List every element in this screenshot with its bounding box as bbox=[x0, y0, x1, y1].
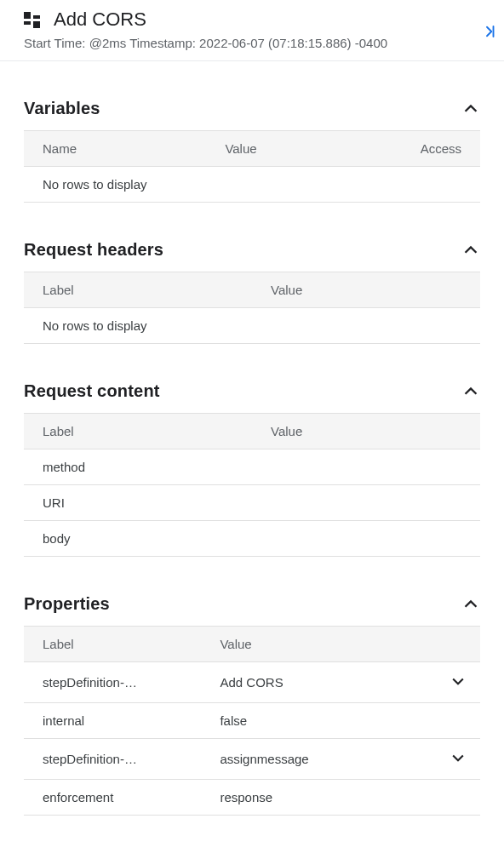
table-row: internal false bbox=[24, 703, 480, 739]
column-label: Label bbox=[24, 272, 252, 308]
variables-section-header[interactable]: Variables bbox=[24, 95, 480, 130]
column-label: Label bbox=[24, 414, 252, 449]
table-row: method bbox=[24, 449, 480, 485]
chevron-up-icon bbox=[461, 100, 480, 118]
chevron-up-icon bbox=[461, 382, 480, 401]
page-subtitle: Start Time: @2ms Timestamp: 2022-06-07 (… bbox=[24, 36, 490, 50]
page-title: Add CORS bbox=[54, 9, 146, 31]
variables-table: Name Value Access No rows to display bbox=[24, 130, 480, 203]
chevron-up-icon bbox=[461, 595, 480, 614]
app-icon bbox=[24, 12, 40, 28]
request-headers-title: Request headers bbox=[24, 240, 163, 260]
column-label: Label bbox=[24, 627, 201, 662]
collapse-panel-button[interactable] bbox=[482, 24, 497, 39]
column-access: Access bbox=[389, 131, 480, 167]
chevron-down-icon[interactable] bbox=[450, 678, 467, 692]
properties-section-header[interactable]: Properties bbox=[24, 591, 480, 626]
column-name: Name bbox=[24, 131, 206, 167]
chevron-up-icon bbox=[461, 241, 480, 260]
table-row: enforcement response bbox=[24, 780, 480, 816]
request-content-title: Request content bbox=[24, 381, 160, 401]
column-value: Value bbox=[252, 414, 480, 449]
request-content-section-header[interactable]: Request content bbox=[24, 378, 480, 413]
properties-table: Label Value stepDefinition-… Add CORS in… bbox=[24, 626, 480, 816]
table-row: body bbox=[24, 521, 480, 557]
request-content-table: Label Value method URI body bbox=[24, 413, 480, 557]
column-value: Value bbox=[252, 272, 480, 308]
table-row: URI bbox=[24, 485, 480, 521]
table-empty-row: No rows to display bbox=[24, 308, 480, 344]
column-value: Value bbox=[206, 131, 388, 167]
column-value: Value bbox=[201, 627, 480, 662]
request-headers-table: Label Value No rows to display bbox=[24, 272, 480, 344]
request-headers-section-header[interactable]: Request headers bbox=[24, 237, 480, 272]
table-empty-row: No rows to display bbox=[24, 167, 480, 203]
table-row: stepDefinition-… assignmessage bbox=[24, 739, 480, 780]
properties-title: Properties bbox=[24, 594, 110, 614]
chevron-down-icon[interactable] bbox=[450, 754, 467, 769]
variables-title: Variables bbox=[24, 99, 100, 118]
table-row: stepDefinition-… Add CORS bbox=[24, 662, 480, 703]
